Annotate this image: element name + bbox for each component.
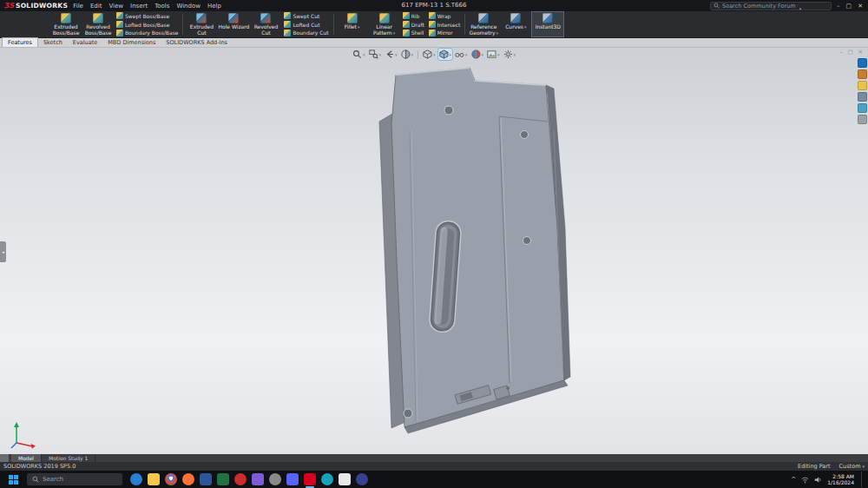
store-app-icon[interactable]: [252, 473, 264, 485]
rib-icon: [403, 12, 410, 19]
ribbon-group-boss: Extruded Boss/Base Revolved Boss/Base Sw…: [50, 12, 180, 36]
linear-pattern-button[interactable]: Linear Pattern: [369, 12, 400, 36]
zoom-to-area-icon[interactable]: [367, 49, 382, 60]
tab-mbd-dimensions[interactable]: MBD Dimensions: [102, 38, 161, 47]
mirror-icon: [429, 30, 436, 36]
command-manager-ribbon: Extruded Boss/Base Revolved Boss/Base Sw…: [0, 11, 868, 38]
network-icon[interactable]: [801, 476, 809, 484]
chrome-app-icon[interactable]: [165, 473, 177, 485]
curves-button[interactable]: Curves: [500, 12, 531, 36]
tab-motion-study-1[interactable]: Motion Study 1: [42, 454, 95, 462]
boundary-boss-base-button[interactable]: Boundary Boss/Base: [115, 29, 180, 36]
file-explorer-app-icon[interactable]: [148, 473, 160, 485]
custom-properties-icon[interactable]: [858, 115, 867, 124]
draft-button[interactable]: Draft: [401, 21, 426, 29]
doc-close-button[interactable]: ✕: [858, 49, 863, 56]
shell-button[interactable]: Shell: [401, 29, 426, 36]
units-selector[interactable]: Custom: [839, 463, 865, 470]
messaging-app-icon[interactable]: [321, 473, 333, 485]
menu-insert[interactable]: Insert: [130, 3, 148, 10]
solidworks-resources-icon[interactable]: [858, 58, 867, 68]
fillet-button[interactable]: Fillet: [337, 12, 368, 36]
extruded-cut-button[interactable]: Extruded Cut: [186, 12, 217, 36]
reference-geometry-button[interactable]: Reference Geometry: [468, 12, 499, 36]
zoom-to-fit-icon[interactable]: [352, 49, 366, 60]
swept-cut-button[interactable]: Swept Cut: [282, 12, 330, 20]
rib-button[interactable]: Rib: [401, 12, 426, 20]
previous-view-icon[interactable]: [384, 49, 398, 60]
intersect-icon: [429, 21, 436, 28]
instant3d-button[interactable]: Instant3D: [532, 12, 563, 36]
button-label: Extruded Boss/Base: [50, 24, 82, 36]
menu-help[interactable]: Help: [207, 3, 221, 10]
lofted-cut-button[interactable]: Lofted Cut: [282, 21, 330, 29]
hole-wizard-button[interactable]: Hole Wizard: [218, 12, 249, 36]
document-title: 617 EPM-13 1 S.T666: [402, 0, 467, 11]
media-app-icon[interactable]: [234, 473, 247, 485]
notes-app-icon[interactable]: [339, 473, 351, 485]
doc-minimize-button[interactable]: –: [839, 49, 842, 56]
design-library-icon[interactable]: [858, 69, 867, 79]
section-view-icon[interactable]: [399, 49, 414, 60]
appearances-icon[interactable]: [858, 103, 867, 113]
taskbar-search[interactable]: Search: [27, 473, 122, 485]
community-search[interactable]: Search Community Forum: [710, 2, 832, 10]
view-palette-icon[interactable]: [858, 92, 867, 102]
notification-center-button[interactable]: [861, 472, 865, 487]
tab-model[interactable]: Model: [11, 454, 42, 462]
wrap-icon: [429, 12, 436, 19]
menu-file[interactable]: File: [73, 3, 83, 10]
graphics-viewport[interactable]: – ▢ ✕ ◂: [0, 48, 868, 454]
menu-tools[interactable]: Tools: [155, 3, 169, 10]
tray-chevron-icon[interactable]: ^: [791, 476, 796, 483]
file-explorer-icon[interactable]: [858, 81, 867, 90]
solidworks-logo[interactable]: ƷS SOLIDWORKS: [3, 2, 68, 10]
game-app-icon[interactable]: [356, 473, 368, 485]
view-settings-icon[interactable]: [503, 49, 517, 60]
minimize-button[interactable]: –: [837, 3, 840, 10]
titlebar-right: Search Community Forum – ▢ ✕: [710, 2, 865, 10]
extruded-boss-base-button[interactable]: Extruded Boss/Base: [50, 12, 82, 36]
start-button[interactable]: [3, 472, 23, 487]
doc-restore-button[interactable]: ▢: [847, 49, 852, 56]
pane-splitter-handle[interactable]: [0, 454, 9, 462]
hide-show-items-icon[interactable]: [454, 49, 469, 60]
mirror-button[interactable]: Mirror: [427, 29, 463, 36]
wrap-button[interactable]: Wrap: [427, 12, 463, 20]
apply-scene-icon[interactable]: [486, 49, 501, 60]
tab-evaluate[interactable]: Evaluate: [68, 38, 102, 47]
search-scope-dropdown-icon[interactable]: [799, 0, 802, 14]
close-button[interactable]: ✕: [858, 3, 863, 10]
lofted-boss-base-button[interactable]: Lofted Boss/Base: [115, 21, 180, 29]
part-model[interactable]: [0, 48, 868, 454]
tab-sketch[interactable]: Sketch: [38, 38, 68, 47]
display-style-icon[interactable]: [438, 49, 453, 60]
firefox-app-icon[interactable]: [182, 473, 194, 485]
button-label: Shell: [411, 30, 424, 36]
button-label: Instant3D: [536, 24, 561, 30]
excel-app-icon[interactable]: [217, 473, 229, 485]
settings-app-icon[interactable]: [269, 473, 281, 485]
menu-edit[interactable]: Edit: [90, 3, 102, 10]
ribbon-separator: [333, 14, 334, 35]
view-orientation-icon[interactable]: [422, 49, 437, 60]
volume-icon[interactable]: [814, 476, 822, 484]
word-app-icon[interactable]: [200, 473, 212, 485]
featuremanager-collapse-tab[interactable]: ◂: [0, 241, 6, 262]
swept-boss-base-button[interactable]: Swept Boss/Base: [115, 12, 180, 20]
solidworks-app-icon[interactable]: [304, 473, 316, 485]
tab-solidworks-add-ins[interactable]: SOLIDWORKS Add-Ins: [161, 38, 233, 47]
menu-window[interactable]: Window: [176, 3, 201, 10]
menu-view[interactable]: View: [108, 3, 123, 10]
revolved-boss-base-button[interactable]: Revolved Boss/Base: [82, 12, 114, 36]
tab-features[interactable]: Features: [2, 37, 38, 47]
taskbar-clock[interactable]: 2:58 AM 1/16/2024: [827, 473, 854, 486]
revolved-cut-button[interactable]: Revolved Cut: [250, 12, 281, 36]
maximize-button[interactable]: ▢: [846, 3, 852, 10]
browser-app-icon[interactable]: [130, 473, 142, 485]
discord-app-icon[interactable]: [286, 473, 299, 485]
edit-appearance-icon[interactable]: [470, 49, 485, 60]
boundary-cut-button[interactable]: Boundary Cut: [282, 29, 330, 36]
instant3d-icon: [542, 13, 553, 23]
intersect-button[interactable]: Intersect: [427, 21, 463, 29]
